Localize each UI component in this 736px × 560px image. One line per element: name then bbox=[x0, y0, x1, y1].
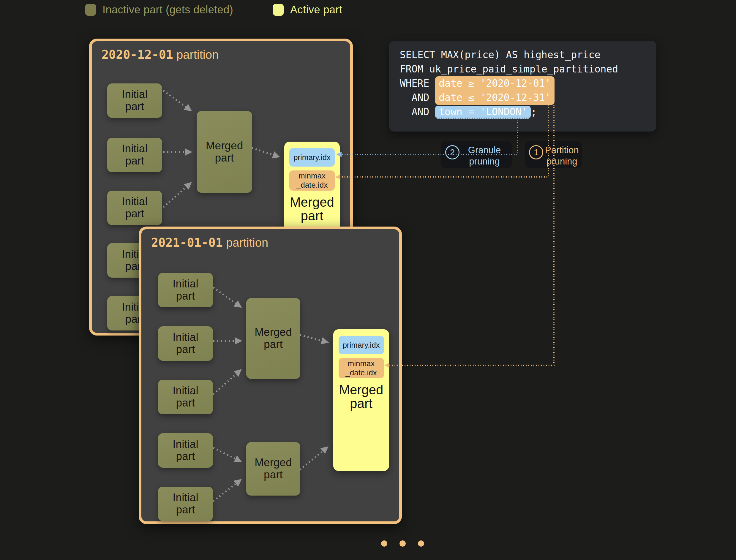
sql-line-1: SELECT MAX(price) AS highest_price bbox=[400, 48, 656, 62]
legend-inactive: Inactive part (gets deleted) bbox=[85, 4, 233, 16]
minmax-idx-label: _date.idx bbox=[338, 368, 384, 377]
partition-2-suffix: partition bbox=[223, 236, 268, 249]
part-label: Merged bbox=[254, 457, 292, 469]
sql-line-3: WHERE date ≥ '2020-12-01' bbox=[400, 76, 656, 91]
sql-line-2: FROM uk_price_paid_simple_partitioned bbox=[400, 62, 656, 76]
part-label: part bbox=[176, 290, 195, 302]
initial-part: Initial part bbox=[158, 380, 213, 414]
sql-date-highlight-1: date ≥ '2020-12-01' bbox=[435, 76, 555, 91]
minmax-idx-label: _date.idx bbox=[289, 181, 335, 190]
partition-1-title: 2020-12-01 partition bbox=[102, 48, 219, 61]
part-label: part bbox=[264, 338, 283, 351]
sql-date-highlight-2: date ≤ '2020-12-31' bbox=[435, 91, 555, 105]
part-label: part bbox=[176, 344, 195, 356]
initial-part: Initial part bbox=[107, 138, 162, 172]
partition-pruning-badge: 1 Partition pruning bbox=[525, 141, 582, 168]
initial-part: Initial part bbox=[158, 433, 213, 468]
partition-1-date: 2020-12-01 bbox=[102, 48, 173, 61]
granule-pruning-badge: 2 Granule pruning bbox=[441, 141, 512, 168]
minmax-idx-label: minmax bbox=[338, 359, 384, 368]
partition-2-title: 2021-01-01 partition bbox=[151, 236, 268, 249]
legend-active-label: Active part bbox=[290, 4, 342, 16]
sql-line-4: AND date ≤ '2020-12-31' bbox=[400, 91, 656, 105]
legend-active: Active part bbox=[273, 4, 342, 16]
part-label: Initial bbox=[172, 492, 198, 504]
sql-line-5: AND town = 'LONDON'; bbox=[400, 105, 656, 119]
initial-part: Initial part bbox=[158, 326, 213, 361]
granule-badge-number: 2 bbox=[445, 145, 460, 159]
part-label: part bbox=[125, 208, 144, 220]
active-merged-label: Merged part bbox=[284, 195, 340, 223]
part-label: Initial bbox=[122, 143, 147, 155]
part-label: Initial bbox=[122, 88, 147, 101]
primary-idx-chip: primary.idx bbox=[338, 336, 384, 354]
primary-idx-label: primary.idx bbox=[289, 153, 335, 162]
inactive-part-swatch bbox=[85, 4, 96, 16]
partition-2021-01-01: 2021-01-01 partition Initial part Initia… bbox=[139, 227, 402, 524]
primary-idx-label: primary.idx bbox=[338, 341, 384, 350]
primary-idx-chip: primary.idx bbox=[289, 148, 335, 167]
part-label: part bbox=[125, 155, 144, 167]
part-label: part bbox=[215, 152, 234, 164]
part-label: Initial bbox=[172, 278, 198, 290]
part-label: Initial bbox=[122, 196, 147, 208]
minmax-idx-chip: minmax _date.idx bbox=[338, 358, 384, 378]
partition-2-date: 2021-01-01 bbox=[151, 236, 223, 249]
granule-badge-label: Granule pruning bbox=[461, 145, 508, 167]
merged-part-inactive: Merged part bbox=[246, 298, 300, 379]
part-label: part bbox=[125, 101, 144, 113]
initial-part: Initial part bbox=[158, 487, 213, 521]
merged-part-active: primary.idx minmax _date.idx Merged part bbox=[333, 329, 389, 471]
initial-part: Initial part bbox=[107, 191, 162, 225]
minmax-idx-chip: minmax _date.idx bbox=[289, 170, 335, 191]
merged-part-inactive: Merged part bbox=[246, 442, 300, 496]
sql-query-box: SELECT MAX(price) AS highest_price FROM … bbox=[389, 41, 656, 132]
minmax-idx-label: minmax bbox=[289, 171, 335, 181]
sql-town-highlight: town = 'LONDON' bbox=[435, 106, 531, 119]
legend-inactive-label: Inactive part (gets deleted) bbox=[102, 4, 233, 16]
partition-1-suffix: partition bbox=[173, 48, 219, 61]
part-label: Merged bbox=[206, 140, 243, 152]
carousel-dot-2[interactable] bbox=[400, 540, 406, 547]
active-merged-label: Merged part bbox=[333, 383, 389, 410]
part-label: Initial bbox=[172, 331, 198, 344]
part-label: part bbox=[176, 504, 195, 516]
part-label: part bbox=[176, 450, 195, 463]
initial-part: Initial part bbox=[107, 83, 162, 118]
active-part-swatch bbox=[273, 4, 284, 16]
merged-part-inactive: Merged part bbox=[197, 111, 252, 193]
part-label: Initial bbox=[172, 438, 198, 450]
part-label: Merged bbox=[254, 326, 292, 338]
diagram-canvas: Inactive part (gets deleted) Active part… bbox=[0, 0, 736, 560]
part-label: part bbox=[264, 469, 283, 481]
part-label: Initial bbox=[172, 385, 198, 397]
part-label: part bbox=[176, 397, 195, 409]
partition-badge-label: Partition pruning bbox=[545, 145, 579, 167]
carousel-dot-3[interactable] bbox=[418, 540, 424, 547]
initial-part: Initial part bbox=[158, 273, 213, 307]
carousel-dot-1[interactable] bbox=[381, 540, 387, 547]
partition-badge-number: 1 bbox=[529, 145, 543, 159]
